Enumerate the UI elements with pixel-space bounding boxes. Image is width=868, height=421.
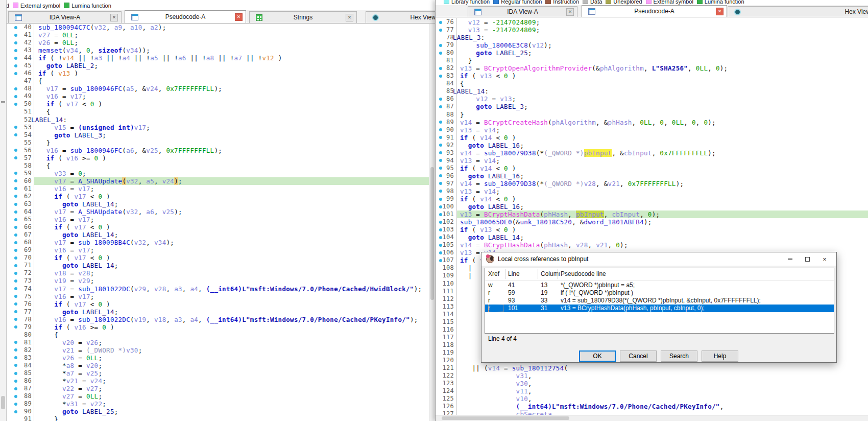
code-line-122[interactable]: 122 v31,	[436, 372, 868, 380]
tab-strings[interactable]: Strings✕	[249, 11, 357, 23]
code-line-123[interactable]: 123 v30,	[436, 380, 868, 387]
code-line-73[interactable]: 73 v19 = v29;	[0, 277, 435, 285]
code-line-80[interactable]: 80 goto LABEL_25;	[436, 49, 868, 57]
code-line-74[interactable]: 74 v17 = sub_1801022DC(v29, v28, a3, a4,…	[0, 285, 435, 293]
tab-close-icon[interactable]: ✕	[566, 8, 574, 16]
code-line-79[interactable]: 79 sub_18006E3C8(v12);	[436, 41, 868, 49]
xref-row-line-41[interactable]: w4113*(_QWORD *)pbInput = a5;	[485, 282, 834, 289]
code-line-104[interactable]: 104 goto LABEL_14;	[436, 233, 868, 241]
code-line-53[interactable]: 53 v15 = (unsigned int)v17;	[0, 124, 435, 131]
code-line-67[interactable]: 67 goto LABEL_14;	[0, 231, 435, 239]
code-line-45[interactable]: 45 goto LABEL_2;	[0, 62, 435, 69]
tab-pseudocode-a[interactable]: Pseudocode-A✕	[582, 5, 727, 17]
code-line-80[interactable]: 80 {	[0, 331, 435, 339]
cancel-button[interactable]: Cancel	[620, 350, 657, 362]
code-line-89[interactable]: 89 *v31 = v22;	[0, 400, 435, 408]
code-line-41[interactable]: 41v27 = 0LL;	[0, 31, 435, 39]
right-code-hscrollbar[interactable]	[436, 415, 868, 421]
code-line-89[interactable]: 89v14 = BCryptCreateHash(phAlgorithm, &p…	[436, 119, 868, 126]
code-line-58[interactable]: 58 {	[0, 162, 435, 170]
code-line-78[interactable]: 78 v16 = sub_1801022DC(v19, v18, a3, a4,…	[0, 316, 435, 323]
code-line-93[interactable]: 93v14 = sub_180079D38(*(_QWORD *)pbInput…	[436, 149, 868, 157]
code-line-40[interactable]: 40sub_180094C7C(v32, a9, a10, a2);	[0, 24, 435, 31]
column-header-xref[interactable]: Xref	[488, 270, 505, 277]
tab-hex-view-1[interactable]: Hex View-1	[366, 11, 435, 23]
code-line-42[interactable]: 42v26 = 0LL;	[0, 39, 435, 46]
code-line-48[interactable]: 48 v17 = sub_1800946FC(a5, &v24, 0x7FFFF…	[0, 85, 435, 92]
code-line-85[interactable]: 85LABEL_14:	[436, 87, 868, 95]
column-header-pseudocode[interactable]: Pseudocode line	[561, 270, 714, 277]
code-line-95[interactable]: 95if ( v14 < 0 )	[436, 165, 868, 172]
code-line-97[interactable]: 97v14 = sub_180079D38(*(_QWORD *)v28, &v…	[436, 180, 868, 188]
xref-list-header[interactable]: Xref Line Column Pseudocode line	[485, 268, 834, 280]
search-button[interactable]: Search	[661, 350, 697, 362]
code-line-68[interactable]: 68 v17 = sub_18009BB4C(v32, v34);	[0, 239, 435, 246]
code-line-70[interactable]: 70 if ( v17 < 0 )	[0, 254, 435, 262]
tab-close-icon[interactable]: ✕	[346, 14, 353, 21]
ok-button[interactable]: OK	[579, 350, 616, 362]
side-scrollbar-thumb[interactable]	[1, 396, 5, 409]
code-line-100[interactable]: 100 goto LABEL_16;	[436, 203, 868, 211]
code-line-84[interactable]: 84{	[436, 80, 868, 87]
code-line-75[interactable]: 75 v16 = v17;	[0, 293, 435, 300]
code-line-84[interactable]: 84 *a8 = v20;	[0, 362, 435, 369]
code-line-94[interactable]: 94v13 = v14;	[436, 157, 868, 165]
code-line-76[interactable]: 76 v12 = -2147024809;	[436, 18, 868, 26]
xref-dialog-titlebar[interactable]: Local cross references to pbInput ×	[481, 252, 836, 266]
code-line-76[interactable]: 76 if ( v17 < 0 )	[0, 300, 435, 308]
code-line-88[interactable]: 88}	[436, 111, 868, 119]
code-line-83[interactable]: 83 v26 = 0LL;	[0, 354, 435, 362]
code-line-66[interactable]: 66 if ( v17 < 0 )	[0, 223, 435, 231]
code-line-77[interactable]: 77 goto LABEL_14;	[0, 308, 435, 316]
code-line-49[interactable]: 49 v16 = v17;	[0, 92, 435, 100]
code-line-62[interactable]: 62 if ( v17 < 0 )	[0, 193, 435, 200]
code-line-65[interactable]: 65 v16 = v17;	[0, 216, 435, 223]
maximize-icon[interactable]	[801, 254, 814, 264]
code-line-87[interactable]: 87 goto LABEL_3;	[436, 103, 868, 110]
code-line-78[interactable]: 78LABEL_3:	[436, 34, 868, 41]
code-line-98[interactable]: 98v13 = v14;	[436, 188, 868, 195]
code-line-103[interactable]: 103if ( v13 < 0 )	[436, 226, 868, 233]
code-line-102[interactable]: 102sub_180065DE0(&unk_18018C520, &dword_…	[436, 218, 868, 226]
left-code-scrollbar[interactable]	[429, 24, 435, 421]
close-icon[interactable]: ×	[818, 254, 831, 264]
xref-row-line-93[interactable]: r9333v14 = sub_180079D38(*(_QWORD *)pbIn…	[485, 297, 834, 305]
column-header-line[interactable]: Line	[508, 270, 538, 277]
code-line-54[interactable]: 54 goto LABEL_3;	[0, 131, 435, 139]
code-line-72[interactable]: 72 v18 = v28;	[0, 269, 435, 277]
code-line-57[interactable]: 57 if ( v16 >= 0 )	[0, 154, 435, 162]
code-line-86[interactable]: 86 *v21 = v24;	[0, 377, 435, 385]
help-button[interactable]: Help	[702, 350, 738, 362]
tab-close-icon[interactable]: ✕	[716, 8, 724, 15]
code-line-64[interactable]: 64 v17 = A_SHAUpdate(v32, a6, v25);	[0, 208, 435, 216]
code-line-125[interactable]: 125 v10,	[436, 395, 868, 403]
code-line-55[interactable]: 55 }	[0, 139, 435, 147]
code-line-47[interactable]: 47{	[0, 77, 435, 85]
code-line-126[interactable]: 126 (__int64)L"msft:Windows/7.0/Phone/Ca…	[436, 403, 868, 410]
tab-ida-view-a[interactable]: IDA View-A✕	[8, 11, 122, 23]
xref-list[interactable]: Xref Line Column Pseudocode line w4113*(…	[485, 268, 834, 334]
tab-hex-view-1[interactable]: Hex View-1	[728, 6, 868, 17]
code-line-96[interactable]: 96 goto LABEL_16;	[436, 172, 868, 180]
code-line-90[interactable]: 90 goto LABEL_25;	[0, 408, 435, 415]
code-line-50[interactable]: 50 if ( v17 < 0 )	[0, 100, 435, 108]
code-line-69[interactable]: 69 v16 = v17;	[0, 246, 435, 254]
code-line-56[interactable]: 56 v16 = sub_1800946FC(a6, &v25, 0x7FFFF…	[0, 147, 435, 154]
code-line-46[interactable]: 46if ( v13 )	[0, 69, 435, 77]
code-line-91[interactable]: 91if ( v14 < 0 )	[436, 134, 868, 142]
tab-close-icon[interactable]: ✕	[110, 14, 118, 21]
tab-ida-view-a[interactable]: IDA View-A✕	[468, 6, 577, 17]
code-line-91[interactable]: 91 }	[0, 415, 435, 421]
code-line-51[interactable]: 51 {	[0, 108, 435, 115]
code-line-81[interactable]: 81 }	[436, 57, 868, 64]
code-line-77[interactable]: 77 v13 = -2147024809;	[436, 26, 868, 34]
code-line-61[interactable]: 61 v16 = v17;	[0, 185, 435, 193]
code-line-82[interactable]: 82 v21 = (_DWORD *)v30;	[0, 346, 435, 354]
code-line-82[interactable]: 82v13 = BCryptOpenAlgorithmProvider(&phA…	[436, 64, 868, 72]
xref-row-line-59[interactable]: r5919if ( !*(_QWORD *)pbInput )	[485, 289, 834, 297]
code-line-85[interactable]: 85 *a7 = v25;	[0, 369, 435, 377]
code-line-87[interactable]: 87 v22 = v27;	[0, 385, 435, 392]
splitter-tick[interactable]	[1, 101, 5, 103]
code-line-43[interactable]: 43memset(v34, 0, sizeof(v34));	[0, 46, 435, 54]
tab-pseudocode-a[interactable]: Pseudocode-A✕	[125, 10, 246, 23]
